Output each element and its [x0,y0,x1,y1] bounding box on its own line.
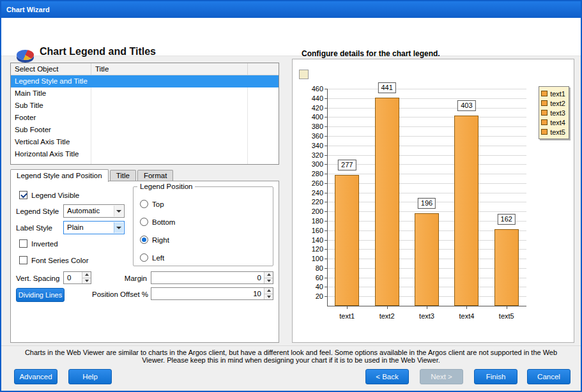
spinner-buttons [264,288,273,299]
object-list-row[interactable]: Legend Style and Title [11,75,279,87]
x-axis-tick [347,306,348,309]
radio-bottom[interactable]: Bottom [140,217,175,227]
column-header-select-object[interactable]: Select Object [11,63,91,75]
position-offset-label: Position Offset % [92,290,147,298]
next-button[interactable]: Next > [420,369,463,384]
font-series-color-checkbox[interactable] [19,256,27,264]
finish-button[interactable]: Finish [474,369,517,384]
label-style-dropdown[interactable]: Plain [63,221,125,234]
legend-style-dropdown[interactable]: Automatic [63,204,125,218]
tab-title[interactable]: Title [110,170,136,181]
radio-left[interactable]: Left [140,253,175,262]
label-style-value: Plain [67,223,84,231]
radio-right[interactable]: Right [140,235,175,245]
legend-label: text1 [550,90,565,98]
inverted-label: Inverted [31,240,58,248]
vert-spacing-value: 0 [67,274,71,282]
chart-bar [454,116,479,306]
y-axis-label: 100 [298,255,323,262]
y-axis-label: 80 [298,264,323,272]
x-category-label: text2 [379,312,395,320]
x-category-label: text1 [339,312,355,320]
gridline [327,146,526,146]
spin-up-icon[interactable] [264,272,273,278]
titlebar[interactable]: Chart Wizard [1,1,581,18]
chevron-down-icon[interactable] [114,206,123,216]
y-axis-label: 420 [298,104,323,112]
x-category-label: text4 [459,312,474,320]
y-axis-label: 460 [298,85,323,93]
radio-label: Bottom [152,218,175,226]
y-axis-label: 240 [298,189,323,197]
spinner-buttons [264,272,273,283]
legend-item: text1 [541,89,565,98]
position-offset-value: 10 [253,290,261,298]
chart-bar [335,175,359,306]
legend-label: text4 [550,119,565,126]
bar-value-label: 403 [457,100,475,111]
y-axis-label: 180 [298,217,323,225]
legend-item: text5 [541,127,565,137]
spin-down-icon[interactable] [264,294,273,300]
object-list-row[interactable]: Vertical Axis Title [11,136,279,148]
gridline [327,126,526,127]
help-button[interactable]: Help [68,369,112,384]
y-axis-label: 160 [298,227,323,234]
y-axis-label: 320 [298,151,323,159]
legend-position-options: TopBottomRightLeft [140,199,175,271]
margin-spinner[interactable]: 0 [151,271,273,284]
legend-label: text2 [550,100,565,107]
radio-top[interactable]: Top [140,199,175,209]
object-list-row[interactable]: Footer [11,112,279,124]
chevron-down-icon[interactable] [114,222,123,233]
y-axis-label: 340 [298,142,323,149]
gridline [327,108,526,109]
legend-label: text5 [550,128,565,136]
y-axis-label: 220 [298,198,323,206]
y-axis-label: 380 [298,123,323,130]
legend-marker-icon [541,110,548,116]
y-axis-label: 400 [298,113,323,121]
spin-down-icon[interactable] [82,278,91,284]
inverted-checkbox[interactable] [19,239,27,248]
dividing-lines-button[interactable]: Dividing Lines [16,288,65,302]
object-list-row[interactable]: Main Title [11,87,279,100]
cancel-button[interactable]: Cancel [527,369,571,384]
bar-value-label: 277 [338,160,356,170]
bar-value-label: 196 [418,198,436,209]
radio-label: Top [152,200,164,208]
bar-value-label: 441 [378,82,395,93]
object-list-header: Select Object Title [11,63,279,75]
y-axis-line [327,89,328,306]
column-header-title[interactable]: Title [91,63,248,75]
spin-up-icon[interactable] [264,288,273,294]
gridline [327,155,526,156]
object-list-row[interactable]: Horizontal Axis Title [11,148,279,160]
object-list-row[interactable]: Sub Footer [11,124,279,136]
x-category-label: text3 [419,312,434,320]
x-axis-tick [387,306,388,309]
y-axis-label: 200 [298,207,323,215]
y-axis-label: 360 [298,132,323,140]
x-axis-tick [427,306,427,309]
advanced-button[interactable]: Advanced [14,369,57,384]
y-axis-label: 280 [298,170,323,177]
tab-legend-style-and-position[interactable]: Legend Style and Position [10,169,109,182]
tab-format[interactable]: Format [137,170,173,181]
chart-bar [375,98,399,306]
footer-note: Charts in the Web Viewer are similar to … [1,345,581,366]
legend-visible-label: Legend Visible [31,192,79,199]
vert-spacing-spinner[interactable]: 0 [63,271,91,284]
y-axis-label: 440 [298,94,323,102]
spinner-buttons [82,272,91,283]
position-offset-spinner[interactable]: 10 [151,287,273,300]
spin-down-icon[interactable] [264,278,273,284]
spin-up-icon[interactable] [82,272,91,278]
header-instruction: Configure details for the chart legend. [302,49,440,58]
vert-spacing-label: Vert. Spacing [16,275,59,282]
back-button[interactable]: < Back [365,369,409,384]
window-title: Chart Wizard [6,6,50,13]
legend-visible-checkbox[interactable] [19,191,27,199]
chart-preview: 2040608010012014016018020022024026028030… [292,59,574,343]
object-list-row[interactable]: Sub Title [11,100,279,112]
